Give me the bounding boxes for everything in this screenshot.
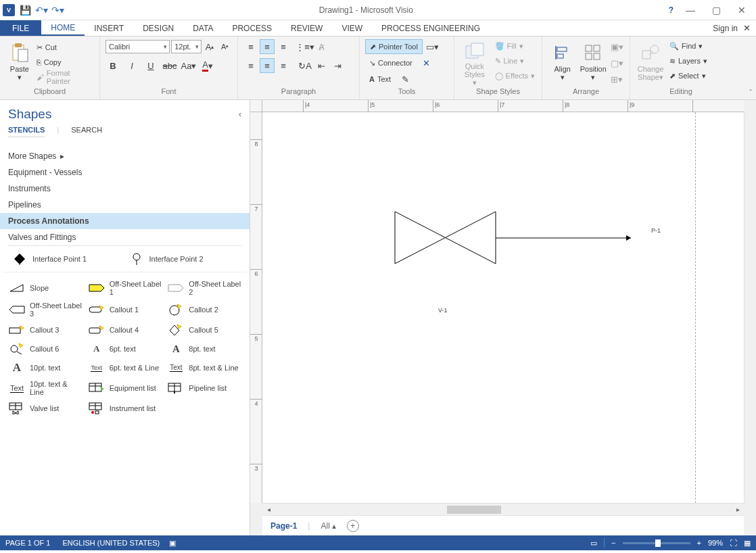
valve-shape[interactable] <box>394 211 638 272</box>
font-color-button[interactable]: A▾ <box>200 58 215 73</box>
ink-tool-icon[interactable]: ✎ <box>398 72 412 87</box>
tab-review[interactable]: REVIEW <box>281 20 332 36</box>
page-tab-all[interactable]: All ▴ <box>321 521 335 531</box>
align-middle-icon[interactable]: ≡ <box>260 39 275 54</box>
shape-callout-1[interactable]: Callout 1 <box>87 299 164 320</box>
close-ribbon-icon[interactable]: ✕ <box>743 23 751 33</box>
strikethrough-button[interactable]: abc <box>162 58 177 73</box>
pointer-tool-button[interactable]: ⬈Pointer Tool <box>365 39 423 54</box>
italic-button[interactable]: I <box>124 58 139 73</box>
presentation-mode-icon[interactable]: ▭ <box>590 539 597 548</box>
category-pipelines[interactable]: Pipelines <box>0 197 250 213</box>
shape-interface-point-2[interactable]: Interface Point 2 <box>126 250 241 268</box>
add-page-button[interactable]: + <box>347 520 359 532</box>
stencils-tab[interactable]: STENCILS <box>8 126 45 137</box>
position-button[interactable]: Position▾ <box>579 39 609 84</box>
layers-button[interactable]: ≋Layers▾ <box>668 54 709 68</box>
zoom-slider[interactable] <box>623 542 690 544</box>
tab-process[interactable]: PROCESS <box>222 20 281 36</box>
close-button[interactable]: ✕ <box>733 5 751 16</box>
align-bottom-icon[interactable]: ≡ <box>276 39 291 54</box>
shape-callout-2[interactable]: Callout 2 <box>166 299 243 320</box>
shape-instrument-list[interactable]: Instrument list <box>87 400 164 417</box>
find-button[interactable]: 🔍Find▾ <box>668 39 709 53</box>
tab-home[interactable]: HOME <box>41 20 85 36</box>
zoom-in-icon[interactable]: + <box>697 539 701 547</box>
fill-button[interactable]: 🪣Fill▾ <box>494 39 536 53</box>
collapse-ribbon-icon[interactable]: ˆ <box>749 89 752 97</box>
scroll-right-icon[interactable]: ▸ <box>732 504 744 516</box>
connection-point-icon[interactable]: ✕ <box>419 55 434 70</box>
rectangle-tool-icon[interactable]: ▭▾ <box>425 39 440 54</box>
undo-icon[interactable]: ↶▾ <box>35 4 47 16</box>
align-left-icon[interactable]: ≡ <box>243 58 258 73</box>
tab-data[interactable]: DATA <box>183 20 222 36</box>
connector-tool-button[interactable]: ↘Connector <box>365 55 417 70</box>
page-tab-1[interactable]: Page-1 <box>270 521 297 531</box>
redo-icon[interactable]: ↷▾ <box>51 4 64 16</box>
shape-equipment-list[interactable]: Equipment list <box>87 378 164 398</box>
shape-offsheet-label-2[interactable]: Off-Sheet Label 2 <box>166 278 243 298</box>
paste-button[interactable]: Paste▾ <box>5 39 34 84</box>
case-button[interactable]: Aa▾ <box>181 58 196 73</box>
underline-button[interactable]: U <box>143 58 158 73</box>
shape-offsheet-label-1[interactable]: Off-Sheet Label 1 <box>87 278 164 298</box>
select-button[interactable]: ⬈Select▾ <box>668 69 709 82</box>
shapes-collapse-icon[interactable]: ‹ <box>239 110 241 119</box>
search-tab[interactable]: SEARCH <box>71 126 102 137</box>
category-equipment-vessels[interactable]: Equipment - Vessels <box>0 164 250 181</box>
bring-front-icon[interactable]: ▣▾ <box>609 39 624 54</box>
shape-callout-3[interactable]: Callout 3 <box>7 321 84 339</box>
copy-button[interactable]: ⎘Copy <box>35 55 94 69</box>
drawing-canvas[interactable]: V-1 P-1 <box>262 112 744 503</box>
group-icon[interactable]: ⊞▾ <box>609 72 624 87</box>
zoom-out-icon[interactable]: − <box>611 539 615 547</box>
change-shape-button[interactable]: Change Shape▾ <box>636 39 665 84</box>
scrollbar-horizontal[interactable]: ◂ ▸ <box>262 503 744 515</box>
align-right-icon[interactable]: ≡ <box>276 58 291 73</box>
shape-8pt-text[interactable]: A8pt. text <box>166 340 243 358</box>
bullets-icon[interactable]: ⋮≡▾ <box>298 39 312 54</box>
shape-6pt-text-line[interactable]: Text6pt. text & Line <box>87 359 164 377</box>
send-back-icon[interactable]: ▢▾ <box>609 55 624 70</box>
tab-process-engineering[interactable]: PROCESS ENGINEERING <box>372 20 490 36</box>
align-top-icon[interactable]: ≡ <box>243 39 258 54</box>
tab-file[interactable]: FILE <box>0 20 41 36</box>
tab-view[interactable]: VIEW <box>332 20 372 36</box>
tab-design[interactable]: DESIGN <box>133 20 183 36</box>
minimize-button[interactable]: — <box>682 5 699 16</box>
clear-format-icon[interactable]: A̷ <box>314 39 329 54</box>
font-name-select[interactable]: Calibri <box>105 40 170 53</box>
shape-callout-4[interactable]: Callout 4 <box>87 321 164 339</box>
macro-record-icon[interactable]: ▣ <box>169 539 176 548</box>
increase-indent-icon[interactable]: ⇥ <box>330 58 345 73</box>
cut-button[interactable]: ✂Cut <box>35 41 94 54</box>
line-button[interactable]: ✎Line▾ <box>494 54 536 68</box>
rotate-text-icon[interactable]: ↻A <box>298 58 312 73</box>
save-icon[interactable]: 💾 <box>19 4 31 16</box>
shape-offsheet-label-3[interactable]: Off-Sheet Label 3 <box>7 299 84 320</box>
text-tool-button[interactable]: AText <box>365 72 395 87</box>
shape-8pt-text-line[interactable]: Text8pt. text & Line <box>166 359 243 377</box>
shape-6pt-text[interactable]: A6pt. text <box>87 340 164 358</box>
shape-valve-list[interactable]: Valve list <box>7 400 84 417</box>
category-instruments[interactable]: Instruments <box>0 181 250 197</box>
font-size-select[interactable]: 12pt. <box>171 40 201 53</box>
shape-10pt-text[interactable]: A10pt. text <box>7 359 84 377</box>
scrollbar-vertical[interactable] <box>744 112 756 503</box>
decrease-indent-icon[interactable]: ⇤ <box>314 58 329 73</box>
maximize-button[interactable]: ▢ <box>707 5 725 16</box>
increase-font-icon[interactable]: A▴ <box>203 39 217 54</box>
help-button[interactable]: ? <box>669 5 674 15</box>
bold-button[interactable]: B <box>105 58 120 73</box>
category-process-annotations[interactable]: Process Annotations <box>0 213 250 229</box>
shape-slope[interactable]: Slope <box>7 278 84 298</box>
shape-10pt-text-line[interactable]: Text10pt. text & Line <box>7 378 84 398</box>
shape-interface-point-1[interactable]: Interface Point 1 <box>9 250 124 268</box>
scroll-left-icon[interactable]: ◂ <box>262 504 275 516</box>
status-language[interactable]: ENGLISH (UNITED STATES) <box>62 539 160 547</box>
zoom-level[interactable]: 99% <box>708 539 723 547</box>
sign-in-link[interactable]: Sign in <box>713 24 738 33</box>
category-valves-fittings[interactable]: Valves and Fittings <box>0 229 250 245</box>
align-center-icon[interactable]: ≡ <box>260 58 275 73</box>
